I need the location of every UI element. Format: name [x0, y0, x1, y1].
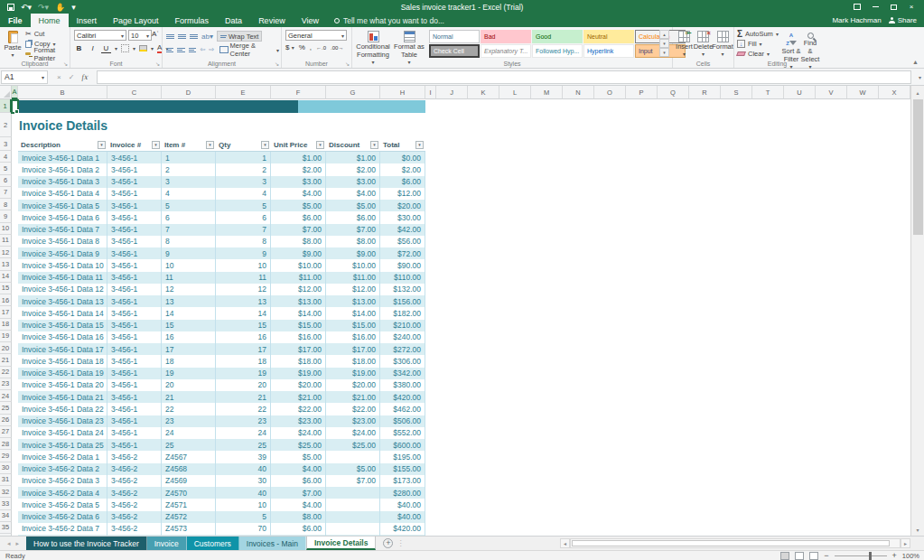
qat-customize-icon[interactable]: ▾ — [71, 3, 76, 12]
cell[interactable]: 3-456-1 — [107, 368, 162, 379]
comma-style-button[interactable]: , — [310, 43, 312, 51]
cell[interactable]: $4.00 — [271, 188, 326, 200]
cell[interactable]: $18.00 — [326, 355, 380, 367]
sheet-tab-invoice[interactable]: Invoice — [147, 537, 187, 550]
cell[interactable]: 3 — [162, 176, 216, 188]
cell[interactable]: Invoice 3-456-1 Data 18 — [18, 355, 107, 367]
row-header-3[interactable]: 3 — [0, 137, 12, 151]
cell[interactable]: 3-456-1 — [107, 391, 162, 403]
cell[interactable]: 2 — [162, 163, 216, 175]
cell[interactable]: 9 — [162, 247, 216, 259]
cell[interactable]: 11 — [216, 272, 271, 284]
sheet-tab-how-to-use-the-invoice-tracker[interactable]: How to use the Invoice Tracker — [26, 537, 147, 550]
row-header-18[interactable]: 18 — [0, 319, 12, 331]
table-row[interactable]: Invoice 3-456-2 Data 23-456-2Z456840$4.0… — [18, 463, 425, 475]
tab-view[interactable]: View — [294, 14, 327, 27]
row-header-33[interactable]: 33 — [0, 498, 12, 509]
cell[interactable]: 24 — [216, 427, 271, 439]
zoom-level[interactable]: 100% — [902, 552, 919, 560]
italic-button[interactable]: I — [88, 43, 98, 53]
page-layout-view-icon[interactable] — [795, 552, 804, 560]
enter-entry-icon[interactable]: ✓ — [69, 73, 75, 81]
column-header-E[interactable]: E — [216, 86, 271, 99]
cell[interactable]: 3-456-2 — [107, 451, 162, 462]
decrease-decimal-icon[interactable]: .00→ — [331, 45, 343, 51]
table-row[interactable]: Invoice 3-456-1 Data 83-456-188$8.00$8.0… — [18, 236, 425, 247]
filter-dropdown-icon[interactable]: ▾ — [316, 141, 324, 149]
cell[interactable]: $506.00 — [380, 415, 425, 427]
tab-formulas[interactable]: Formulas — [167, 14, 218, 27]
row-header-7[interactable]: 7 — [0, 187, 12, 199]
row-header-32[interactable]: 32 — [0, 486, 12, 498]
cell-style-check-cell[interactable]: Check Cell — [429, 44, 480, 58]
table-row[interactable]: Invoice 3-456-1 Data 253-456-12525$25.00… — [18, 439, 425, 451]
cell[interactable]: $3.00 — [326, 176, 380, 188]
gallery-up-icon[interactable]: ▴ — [659, 30, 669, 39]
wrap-text-button[interactable]: Wrap Text — [217, 31, 263, 42]
cell[interactable]: $132.00 — [380, 284, 425, 295]
align-center-icon[interactable] — [177, 47, 184, 53]
cell-style-normal[interactable]: Normal — [429, 30, 480, 43]
cell[interactable]: $11.00 — [326, 272, 380, 284]
table-row[interactable]: Invoice 3-456-2 Data 33-456-2Z456930$6.0… — [18, 475, 425, 487]
cell[interactable]: 16 — [216, 331, 271, 343]
cell[interactable]: 18 — [216, 355, 271, 367]
cell[interactable]: $7.00 — [326, 475, 380, 487]
cell-style-good[interactable]: Good — [532, 30, 583, 43]
row-header-17[interactable]: 17 — [0, 306, 12, 318]
redo-icon[interactable]: ↷▾ — [38, 3, 49, 12]
zoom-slider[interactable] — [835, 555, 887, 556]
close-button[interactable]: × — [904, 1, 919, 13]
tab-file[interactable]: File — [0, 14, 31, 27]
row-header-25[interactable]: 25 — [0, 402, 12, 414]
horizontal-scroll-thumb[interactable] — [572, 540, 890, 546]
fill-button[interactable]: ↓Fill▾ — [737, 39, 779, 49]
cell[interactable]: Invoice 3-456-2 Data 5 — [18, 499, 107, 510]
cell[interactable]: 3-456-1 — [107, 331, 162, 343]
column-header-D[interactable]: D — [162, 86, 216, 99]
cell[interactable]: $8.00 — [271, 236, 326, 247]
row-header-14[interactable]: 14 — [0, 271, 12, 283]
cell[interactable]: 25 — [216, 439, 271, 451]
cell[interactable]: 3-456-1 — [107, 224, 162, 236]
cell[interactable]: $10.00 — [271, 259, 326, 271]
cell[interactable]: $552.00 — [380, 427, 425, 439]
save-icon[interactable] — [7, 4, 14, 11]
row-header-11[interactable]: 11 — [0, 235, 12, 247]
orientation-icon[interactable]: ab▾ — [201, 33, 213, 41]
restore-button[interactable] — [886, 1, 901, 13]
tell-me-box[interactable]: Tell me what you want to do... — [327, 14, 452, 27]
cell[interactable]: $9.00 — [326, 247, 380, 259]
cell[interactable]: 5 — [216, 511, 271, 523]
cell[interactable] — [326, 487, 380, 499]
cell[interactable]: 3-456-2 — [107, 487, 162, 499]
cell[interactable]: Invoice 3-456-1 Data 25 — [18, 439, 107, 451]
column-header-O[interactable]: O — [594, 86, 626, 99]
cell[interactable]: 40 — [216, 463, 271, 475]
cell[interactable]: $7.00 — [271, 487, 326, 499]
column-header-N[interactable]: N — [563, 86, 594, 99]
cell[interactable]: Invoice 3-456-1 Data 3 — [18, 176, 107, 188]
cell[interactable] — [326, 511, 380, 523]
cell[interactable]: $20.00 — [326, 379, 380, 391]
cell[interactable]: 25 — [162, 439, 216, 451]
cell-style-followed-hyp-[interactable]: Followed Hyp... — [532, 44, 583, 58]
conditional-formatting-button[interactable]: Conditional Formatting▾ — [354, 28, 392, 65]
cell[interactable]: $12.00 — [271, 284, 326, 295]
cell[interactable]: 3-456-1 — [107, 379, 162, 391]
cell[interactable]: 20 — [216, 379, 271, 391]
cell[interactable]: $0.00 — [380, 152, 425, 163]
cell[interactable]: $600.00 — [380, 439, 425, 451]
column-header-T[interactable]: T — [752, 86, 784, 99]
cell[interactable]: $4.00 — [326, 188, 380, 200]
column-header-I[interactable]: I — [425, 86, 436, 99]
row-header-2[interactable]: 2 — [0, 113, 12, 137]
undo-icon[interactable]: ↶▾ — [21, 3, 32, 12]
font-family-combo[interactable]: Calibri▾ — [74, 30, 126, 41]
row-header-35[interactable]: 35 — [0, 522, 12, 534]
table-row[interactable]: Invoice 3-456-1 Data 103-456-11010$10.00… — [18, 259, 425, 271]
cell[interactable]: 4 — [162, 188, 216, 200]
cell[interactable]: 22 — [216, 403, 271, 415]
cell[interactable]: $5.00 — [326, 200, 380, 211]
cell[interactable]: 1 — [162, 152, 216, 163]
